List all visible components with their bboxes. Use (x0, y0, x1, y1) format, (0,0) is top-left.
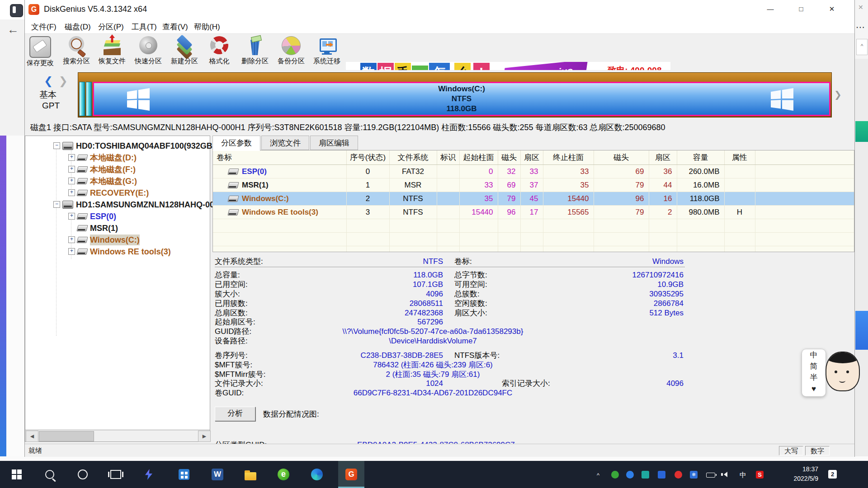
col-attributes[interactable]: 属性 (724, 150, 755, 165)
taskbar-search-button[interactable] (37, 461, 63, 488)
taskbar-clock[interactable]: 18:37 2022/5/9 (771, 465, 818, 483)
col-filesystem[interactable]: 文件系统 (389, 150, 437, 165)
quick-partition-button[interactable]: 快速分区 (131, 35, 166, 69)
tab-browse-files[interactable]: 浏览文件 (261, 136, 309, 150)
expand-icon[interactable]: + (68, 154, 75, 161)
battery-icon[interactable] (706, 473, 715, 478)
notification-badge[interactable]: 2 (828, 470, 837, 479)
col-index-status[interactable]: 序号(状态) (346, 150, 389, 165)
delete-partition-button[interactable]: 删除分区 (237, 35, 273, 69)
system-migration-button[interactable]: 系统迁移 (309, 35, 344, 69)
start-button[interactable] (4, 461, 30, 488)
volume-icon[interactable] (724, 472, 727, 477)
expand-icon[interactable]: + (68, 248, 75, 255)
partition-icon (76, 166, 88, 173)
maximize-button[interactable]: □ (787, 0, 815, 18)
partition-block-windows-c[interactable]: Windows(C:) NTFS 118.0GB (93, 82, 830, 116)
expand-icon[interactable]: + (68, 166, 75, 173)
caps-indicator: 大写 (779, 446, 803, 455)
menu-disk[interactable]: 磁盘(D) (65, 22, 91, 32)
ime-widget[interactable]: 中 简 半 ♥ (802, 349, 826, 397)
toolbar: 保存更改 搜索分区 恢复文件 快速分区 新建分区 格式化 (25, 33, 854, 71)
disk-bar-scroll-icon[interactable]: ❯ (834, 89, 842, 100)
table-row-windows-re[interactable]: Windows RE tools(3) 3 NTFS 15440 96 17 1… (213, 206, 854, 219)
tray-red-icon[interactable] (675, 471, 682, 479)
table-row-esp[interactable]: ESP(0) 0 FAT32 0 32 33 33 69 36 260.0MB (213, 165, 854, 178)
background-scrollbar[interactable] (854, 59, 868, 461)
minimize-button[interactable]: — (756, 0, 784, 18)
expand-icon[interactable]: + (68, 178, 75, 184)
backup-partition-button[interactable]: 备份分区 (274, 35, 309, 69)
prev-disk-icon[interactable]: ❮ (44, 75, 53, 87)
menu-view[interactable]: 查看(V) (162, 22, 188, 32)
col-tag[interactable]: 标识 (437, 150, 459, 165)
save-changes-button[interactable]: 保存更改 (23, 35, 58, 69)
tray-chevron-icon[interactable]: ^ (597, 472, 604, 479)
tab-partition-params[interactable]: 分区参数 (212, 136, 260, 151)
ime-char[interactable]: 中 (802, 349, 826, 361)
save-icon (29, 36, 51, 58)
collapse-icon[interactable]: − (53, 142, 60, 149)
close-button[interactable]: ✕ (818, 0, 846, 18)
pinned-app-word[interactable]: W (204, 461, 231, 488)
table-row-windows-c[interactable]: Windows(C:) 2 NTFS 35 79 45 15440 96 16 … (213, 192, 854, 206)
more-icon[interactable]: ⋯ (856, 22, 865, 33)
tray-circle-icon[interactable] (626, 471, 634, 479)
col-start-head[interactable]: 磁头 (498, 150, 520, 165)
task-view-button[interactable] (103, 461, 129, 488)
ime-char[interactable]: 简 (802, 361, 826, 372)
collapse-icon[interactable]: − (53, 201, 60, 208)
partition-table: 卷标 序号(状态) 文件系统 标识 起始柱面 磁头 扇区 终止柱面 磁头 扇区 … (212, 150, 854, 252)
new-partition-button[interactable]: 新建分区 (167, 35, 202, 69)
scroll-up-icon[interactable]: ^ (856, 39, 868, 55)
col-end-cylinder[interactable]: 终止柱面 (543, 150, 594, 165)
partition-block-msr[interactable] (86, 82, 92, 116)
col-end-head[interactable]: 磁头 (594, 150, 649, 165)
ime-indicator[interactable]: 中 (740, 471, 747, 479)
scroll-left-icon[interactable]: ◀ (26, 431, 38, 442)
ime-char[interactable]: 半 (802, 372, 826, 383)
menu-partition[interactable]: 分区(P) (98, 22, 124, 32)
background-close-icon[interactable]: ✕ (858, 4, 863, 11)
analyze-button[interactable]: 分析 (215, 407, 255, 421)
tab-sector-edit[interactable]: 扇区编辑 (310, 136, 358, 150)
expand-icon[interactable]: + (68, 189, 75, 196)
expand-icon[interactable]: + (68, 213, 75, 220)
next-disk-icon[interactable]: ❯ (59, 75, 68, 87)
menu-file[interactable]: 文件(F) (31, 22, 57, 32)
tree-horizontal-scrollbar[interactable]: ◀ ▶ (25, 430, 210, 442)
taskbar-diskgenius-button[interactable]: G (338, 461, 364, 488)
col-capacity[interactable]: 容量 (677, 150, 724, 165)
disk-icon (62, 201, 73, 209)
table-row-msr[interactable]: MSR(1) 1 MSR 33 69 37 35 79 44 16.0MB (213, 178, 854, 192)
cortana-icon (78, 469, 88, 479)
windows-start-icon (12, 469, 22, 479)
pinned-app-browser[interactable]: e (270, 461, 297, 488)
menu-tools[interactable]: 工具(T) (132, 22, 157, 32)
pinned-app-store[interactable] (171, 461, 197, 488)
background-color-strip (855, 121, 868, 142)
back-arrow-icon[interactable]: ← (7, 23, 19, 35)
tray-snowflake-icon[interactable]: ❄ (690, 471, 698, 479)
col-volume-label[interactable]: 卷标 (213, 150, 346, 165)
col-start-sector[interactable]: 扇区 (520, 150, 543, 165)
format-button[interactable]: 格式化 (202, 35, 237, 69)
col-start-cylinder[interactable]: 起始柱面 (459, 150, 498, 165)
cortana-button[interactable] (70, 461, 96, 488)
expand-icon[interactable]: + (68, 236, 75, 243)
tray-qq-icon[interactable] (658, 471, 665, 479)
partition-block-esp[interactable] (79, 82, 85, 116)
tray-shield-icon[interactable] (611, 471, 619, 479)
menu-help[interactable]: 帮助(H) (194, 22, 220, 32)
scroll-right-icon[interactable]: ▶ (198, 431, 211, 442)
search-partition-button[interactable]: 搜索分区 (59, 35, 94, 69)
recover-files-button[interactable]: 恢复文件 (94, 35, 130, 69)
ime-heart-icon[interactable]: ♥ (802, 383, 826, 394)
pinned-app-edge[interactable] (304, 461, 330, 488)
scrollbar-thumb[interactable] (39, 431, 94, 441)
sogou-icon[interactable]: S (756, 471, 764, 479)
tray-square-icon[interactable] (642, 471, 649, 479)
file-explorer-button[interactable] (237, 461, 264, 488)
pinned-app-lightning[interactable] (136, 461, 162, 488)
col-end-sector[interactable]: 扇区 (649, 150, 677, 165)
